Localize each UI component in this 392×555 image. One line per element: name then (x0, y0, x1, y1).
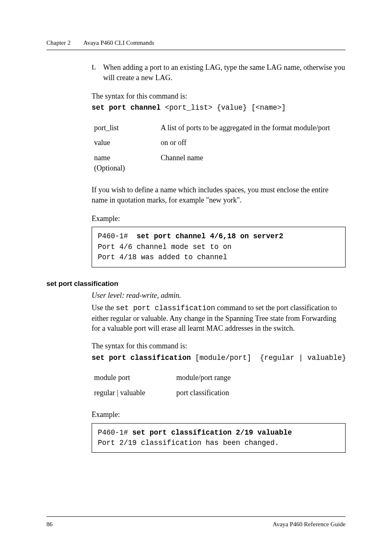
body-content-2: User level: read-write, admin. Use the s… (92, 290, 346, 453)
output-line: Port 2/19 classification has been change… (98, 439, 279, 447)
running-header: Chapter 2 Avaya P460 CLI Commands (46, 39, 346, 46)
note-bullet: L When adding a port to an existing LAG,… (92, 62, 346, 83)
naming-note: If you wish to define a name which inclu… (92, 185, 346, 205)
doc-title: Avaya P460 Reference Guide (272, 521, 346, 528)
table-row: port_list A list of ports to be aggregat… (94, 120, 330, 136)
code-example-2: P460-1# set port classification 2/19 val… (92, 423, 346, 453)
param-table-1: port_list A list of ports to be aggregat… (94, 120, 330, 176)
param-table-2: module port module/port range regular | … (94, 370, 231, 401)
param-key: module port (94, 370, 176, 385)
table-row: name (Optional) Channel name (94, 150, 330, 176)
user-command: set port classification 2/19 valuable (132, 428, 292, 437)
table-row: value on or off (94, 135, 330, 150)
user-command: set port channel 4/6,18 on server2 (137, 232, 284, 240)
param-key: port_list (94, 120, 161, 136)
command-keyword: set port classification (92, 354, 191, 362)
command-args: <port_list> {value} [<name>] (161, 104, 286, 112)
note-text: When adding a port to an existing LAG, t… (103, 62, 346, 83)
command-args: [module/port] {regular | valuable} (191, 354, 346, 362)
command-syntax-2: set port classification [module/port] {r… (92, 353, 346, 363)
prompt: P460-1# (98, 232, 137, 240)
example-label-1: Example: (92, 214, 346, 224)
page-number: 86 (46, 521, 53, 528)
section-heading: set port classification (46, 280, 346, 288)
syntax-intro-2: The syntax for this command is: (92, 341, 346, 351)
command-syntax-1: set port channel <port_list> {value} [<n… (92, 103, 346, 113)
param-key-line2: (Optional) (94, 164, 125, 172)
header-rule (46, 50, 346, 50)
output-line: Port 4/6 channel mode set to on (98, 243, 232, 251)
param-key: value (94, 135, 161, 150)
prompt: P460-1# (98, 428, 132, 437)
param-key: name (Optional) (94, 150, 161, 176)
table-row: module port module/port range (94, 370, 231, 385)
chapter-label: Chapter 2 (46, 39, 71, 46)
command-keyword: set port channel (92, 104, 161, 112)
page: Chapter 2 Avaya P460 CLI Commands L When… (0, 0, 392, 555)
command-description: Use the set port classification command … (92, 303, 346, 334)
param-value: on or off (161, 135, 330, 150)
desc-text: Use the (92, 304, 116, 312)
param-key-line1: name (94, 154, 110, 162)
user-level: User level: read-write, admin. (92, 290, 346, 301)
param-key: regular | valuable (94, 385, 176, 401)
chapter-title: Avaya P460 CLI Commands (83, 39, 154, 46)
example-label-2: Example: (92, 410, 346, 420)
param-value: Channel name (161, 150, 330, 176)
page-footer: 86 Avaya P460 Reference Guide (46, 516, 346, 528)
code-example-1: P460-1# set port channel 4/6,18 on serve… (92, 227, 346, 267)
output-line: Port 4/18 was added to channel (98, 253, 227, 261)
param-value: port classification (176, 385, 231, 401)
body-content: L When adding a port to an existing LAG,… (92, 62, 346, 267)
desc-code: set port classification (116, 304, 215, 312)
note-icon: L (92, 62, 103, 83)
table-row: regular | valuable port classification (94, 385, 231, 401)
param-value: A list of ports to be aggregated in the … (161, 120, 330, 136)
syntax-intro-1: The syntax for this command is: (92, 91, 346, 101)
param-value: module/port range (176, 370, 231, 385)
